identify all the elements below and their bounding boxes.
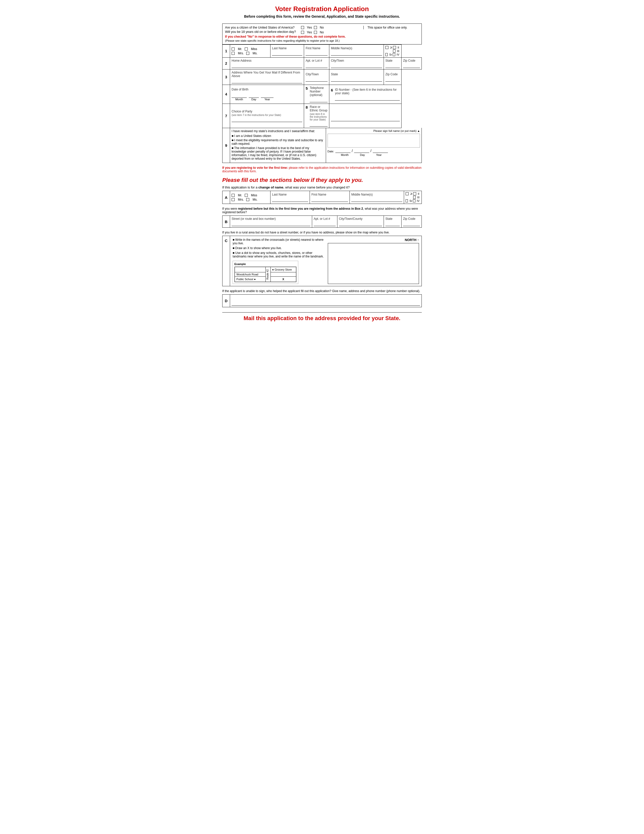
sr-checkbox[interactable] (386, 53, 388, 56)
b-apt-input[interactable] (314, 221, 336, 226)
b-apt-cell: Apt. or Lot # (312, 216, 337, 228)
page-title: Voter Registration Application (222, 5, 422, 13)
a-ii-checkbox[interactable] (413, 192, 416, 195)
mr-label: Mr. (238, 47, 242, 51)
zip2-cell: Zip Code (402, 58, 422, 70)
a-mrs-checkbox[interactable] (232, 198, 235, 201)
city3-input[interactable] (305, 77, 328, 82)
ii-label: II (397, 46, 399, 49)
b-apt-label: Apt. or Lot # (314, 217, 336, 221)
day-input[interactable] (249, 94, 259, 98)
a-first-input[interactable] (312, 197, 348, 202)
id-outer-cell: 6 ID Number - (See item 6 in the instruc… (329, 85, 402, 104)
home-address-input[interactable] (232, 63, 302, 68)
b-zip-input[interactable] (403, 221, 420, 226)
date-month-input[interactable] (336, 149, 350, 153)
b-street-input[interactable] (232, 221, 310, 226)
x-label: X (282, 278, 284, 281)
state3-input[interactable] (331, 77, 382, 82)
signature-box[interactable] (328, 134, 420, 147)
a-middle-input[interactable] (351, 197, 402, 202)
ii-checkbox[interactable] (393, 46, 396, 49)
rowa-label: A (223, 191, 230, 204)
a-ii-label: II (418, 192, 419, 195)
route2-label: Route #2 (266, 269, 269, 280)
mail-address-input[interactable] (232, 79, 302, 83)
phone-input[interactable] (310, 98, 328, 102)
a-iii-checkbox[interactable] (413, 196, 416, 199)
id-input[interactable] (335, 96, 400, 100)
a-miss-checkbox[interactable] (245, 194, 248, 197)
yes2-checkbox[interactable] (301, 31, 304, 34)
city2-input[interactable] (331, 63, 382, 68)
race-label: Race or Ethnic Group (310, 105, 328, 112)
state3-cell: State (329, 70, 384, 85)
d-helper-input[interactable] (232, 301, 420, 306)
a-sr-checkbox[interactable] (405, 199, 408, 202)
row4-num: 4 (223, 85, 230, 104)
row-1: 1 Mr. Miss Mrs. Ms. Last Name (223, 45, 422, 58)
row9-num: 9 (223, 128, 230, 163)
miss-checkbox[interactable] (245, 47, 248, 50)
iii-checkbox[interactable] (393, 50, 395, 53)
map-drawing-area[interactable] (328, 243, 419, 284)
race-input2[interactable] (331, 117, 400, 121)
a-iv-checkbox[interactable] (413, 199, 415, 202)
middle-name-input[interactable] (331, 51, 382, 56)
mrs-checkbox[interactable] (232, 52, 235, 55)
iv-checkbox[interactable] (393, 53, 395, 56)
date-year-label: Year (372, 154, 386, 157)
sign-label: Please sign full name (or put mark) ▲ (328, 129, 420, 133)
row-a: A Mr. Miss Mrs. Ms. Last Name (223, 191, 422, 204)
state2-input[interactable] (386, 63, 400, 68)
row-a-table: A Mr. Miss Mrs. Ms. Last Name (222, 191, 422, 204)
no2-label: No (320, 31, 324, 34)
middle-name-label: Middle Name(s) (331, 47, 382, 50)
race-input[interactable] (310, 122, 328, 126)
zip3-input[interactable] (386, 77, 400, 82)
a-jr-checkbox[interactable] (405, 192, 408, 195)
race-note: (see item 8 in the instructions for your… (310, 113, 328, 121)
a-jr-label: Jr (410, 192, 412, 195)
rowb-label: B (223, 216, 230, 228)
d-helper-cell[interactable] (230, 294, 422, 307)
party-input[interactable] (232, 118, 302, 122)
party-cell: Choice of Party (see item 7 in the instr… (230, 104, 304, 128)
grocery-store-label: ● Grocery Store (272, 268, 292, 271)
no1-checkbox[interactable] (314, 26, 317, 29)
zip2-input[interactable] (403, 63, 420, 68)
title-checkboxes: Mr. Miss Mrs. Ms. (232, 47, 269, 55)
jr-checkbox[interactable] (386, 46, 388, 49)
b-state-cell: State (384, 216, 402, 228)
a-ms-checkbox[interactable] (246, 198, 249, 201)
fill-sections-title: Please fill out the sections below if th… (222, 177, 422, 183)
ms-checkbox[interactable] (246, 52, 249, 55)
b-state-input[interactable] (386, 221, 400, 226)
a-last-input[interactable] (272, 197, 308, 202)
signature-section: Please sign full name (or put mark) ▲ Da… (326, 128, 422, 163)
iii-label: III (397, 50, 399, 53)
last-name-input[interactable] (272, 51, 302, 56)
date-day-input[interactable] (354, 149, 369, 153)
race-spacer (329, 104, 402, 128)
mr-checkbox[interactable] (232, 47, 235, 50)
date-year-input[interactable] (373, 149, 388, 153)
no2-checkbox[interactable] (314, 31, 317, 34)
blank-map-area: NORTH ↑ (328, 238, 419, 284)
first-name-input[interactable] (305, 51, 328, 56)
state2-label: State (386, 59, 400, 62)
month-input[interactable] (232, 94, 247, 98)
example-label: Example (234, 262, 297, 265)
a-middle-label: Middle Name(s) (351, 193, 402, 196)
home-address-label: Home Address (232, 59, 302, 62)
mrs-label: Mrs. (238, 52, 244, 55)
b-city-input[interactable] (339, 221, 382, 226)
a-mr-checkbox[interactable] (232, 194, 235, 197)
year-input[interactable] (261, 94, 273, 98)
state2-cell: State (384, 58, 402, 70)
helper-q: If the applicant is unable to sign, who … (222, 289, 422, 293)
apt-input[interactable] (305, 63, 328, 68)
no1-label: No (320, 26, 324, 29)
yes1-checkbox[interactable] (301, 26, 304, 29)
first-name-cell: First Name (304, 45, 329, 58)
